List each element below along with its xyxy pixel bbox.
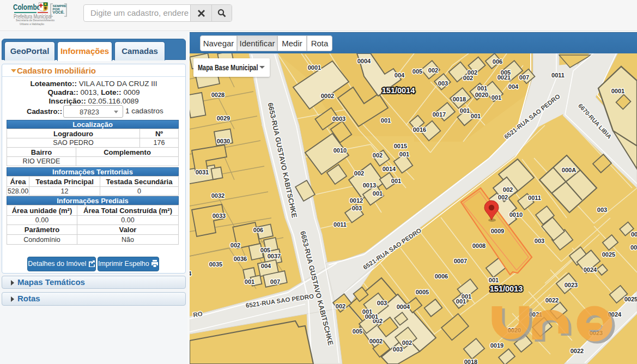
svg-text:001: 001	[373, 190, 383, 197]
svg-text:0001: 0001	[308, 64, 321, 71]
svg-text:00: 00	[630, 244, 637, 251]
svg-text:001: 001	[477, 85, 487, 92]
svg-text:0009: 0009	[491, 228, 504, 234]
svg-text:007: 007	[270, 278, 280, 285]
svg-text:001: 001	[245, 278, 254, 285]
svg-text:0002: 0002	[369, 338, 383, 344]
svg-text:002: 002	[230, 242, 240, 248]
svg-text:0004: 0004	[357, 58, 371, 64]
svg-text:0019: 0019	[490, 342, 503, 349]
svg-text:0029: 0029	[217, 115, 230, 122]
svg-text:0025: 0025	[624, 296, 637, 302]
svg-text:0024: 0024	[584, 266, 597, 273]
svg-text:007: 007	[519, 74, 529, 81]
svg-text:0005: 0005	[416, 289, 429, 295]
svg-text:0008: 0008	[472, 242, 486, 249]
svg-text:002: 002	[336, 303, 345, 310]
svg-text:002: 002	[463, 75, 473, 81]
svg-text:151/0013: 151/0013	[490, 284, 523, 293]
svg-text:0013: 0013	[363, 182, 376, 189]
svg-text:0022: 0022	[571, 348, 584, 354]
svg-text:001: 001	[489, 277, 499, 283]
svg-text:0020: 0020	[475, 92, 488, 98]
svg-text:0007: 0007	[454, 258, 467, 264]
svg-text:006: 006	[253, 227, 263, 233]
svg-text:0022: 0022	[545, 297, 559, 304]
svg-text:002: 002	[354, 170, 364, 177]
svg-text:001: 001	[492, 94, 501, 101]
svg-text:0018: 0018	[464, 359, 477, 364]
svg-text:001: 001	[399, 151, 409, 157]
svg-text:00: 00	[631, 231, 637, 238]
svg-text:0006: 0006	[435, 273, 448, 280]
svg-text:0031: 0031	[196, 169, 209, 175]
svg-text:001: 001	[460, 107, 470, 114]
svg-text:002: 002	[373, 152, 383, 159]
svg-text:002: 002	[428, 67, 438, 74]
svg-text:004: 004	[395, 72, 405, 78]
svg-text:RO: RO	[193, 311, 203, 318]
svg-text:0014: 0014	[383, 166, 396, 172]
svg-text:003: 003	[597, 207, 607, 213]
svg-text:0012: 0012	[350, 197, 363, 204]
svg-text:0028: 0028	[211, 92, 225, 98]
svg-text:0035: 0035	[209, 261, 222, 268]
svg-text:0036: 0036	[234, 256, 247, 262]
svg-text:0004: 0004	[397, 304, 410, 310]
svg-text:0015: 0015	[394, 143, 407, 149]
svg-text:001: 001	[471, 113, 481, 119]
svg-text:0011: 0011	[528, 195, 541, 201]
svg-text:002: 002	[498, 194, 508, 201]
svg-text:005: 005	[412, 68, 422, 75]
svg-text:002: 002	[402, 339, 412, 346]
svg-text:0002: 0002	[321, 93, 334, 99]
svg-text:003: 003	[377, 300, 387, 306]
svg-text:0017: 0017	[433, 111, 446, 118]
svg-text:0003: 0003	[332, 116, 345, 122]
svg-text:0030: 0030	[217, 138, 230, 144]
svg-text:0018: 0018	[453, 96, 466, 102]
svg-text:0016: 0016	[413, 126, 426, 133]
svg-text:0033: 0033	[213, 213, 226, 219]
svg-text:004: 004	[261, 263, 271, 269]
svg-text:003: 003	[352, 205, 362, 211]
svg-text:004: 004	[508, 83, 519, 90]
svg-text:001: 001	[381, 117, 391, 124]
svg-text:005: 005	[501, 69, 511, 76]
svg-text:006: 006	[493, 58, 502, 65]
svg-text:0037: 0037	[268, 253, 281, 259]
svg-text:0011: 0011	[551, 72, 565, 78]
svg-text:0011: 0011	[333, 221, 347, 228]
svg-text:003: 003	[393, 346, 403, 353]
svg-text:151/0014: 151/0014	[382, 86, 415, 95]
svg-text:002: 002	[503, 186, 513, 193]
svg-text:001: 001	[391, 178, 401, 184]
svg-text:001: 001	[456, 298, 466, 305]
svg-text:003: 003	[535, 238, 544, 244]
svg-text:0001: 0001	[365, 313, 378, 320]
svg-text:003: 003	[438, 80, 448, 87]
svg-text:005: 005	[353, 328, 362, 335]
svg-text:0023: 0023	[565, 282, 578, 288]
svg-text:0025: 0025	[602, 251, 615, 258]
svg-text:0010: 0010	[509, 211, 523, 218]
svg-text:0032: 0032	[211, 192, 225, 199]
svg-text:000A: 000A	[562, 167, 576, 173]
svg-text:0001: 0001	[611, 88, 624, 94]
svg-text:0010: 0010	[333, 147, 347, 154]
